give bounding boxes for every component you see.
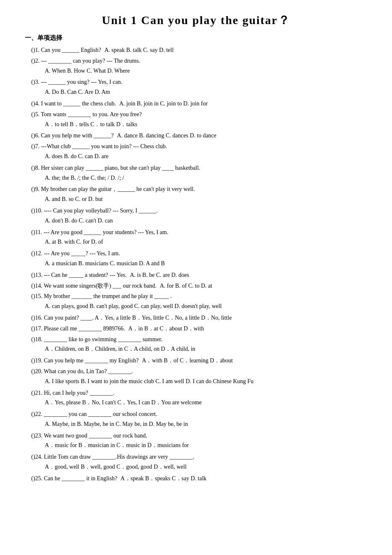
options-inline: A. join B. join in C. join to D. join fo… bbox=[119, 100, 207, 107]
question-main-line: )24. Little Tom can draw ________.His dr… bbox=[33, 452, 367, 462]
q-num-span: 21. bbox=[35, 390, 44, 396]
options-block: A. does B. do C. can D. are bbox=[45, 152, 367, 161]
left-paren: ( bbox=[25, 249, 33, 259]
left-paren: ( bbox=[25, 324, 33, 334]
q-text-span: Hi, can I help you? ________. bbox=[44, 390, 114, 396]
q-num-span: 12. bbox=[35, 250, 44, 257]
question-main-line: )12. --- Are you _____? --- Yes, I am. bbox=[33, 249, 367, 259]
question-block: ()4. I want to ______ the chess club.A. … bbox=[25, 99, 367, 109]
question-content: )12. --- Are you _____? --- Yes, I am.A.… bbox=[33, 249, 367, 269]
q-text-span: What can you do, Lin Tao? ________. bbox=[44, 368, 133, 374]
question-block: ()15. My brother _______ the trumpet and… bbox=[25, 291, 367, 312]
question-content: )1. Can you ______ English?A. speak B. t… bbox=[33, 45, 367, 55]
q-num-span: 24. bbox=[35, 454, 44, 460]
question-block: ()10. ---- Can you play volleyball? --- … bbox=[25, 206, 367, 227]
question-block: ()16. Can you paint? ____. A．Yes, a litt… bbox=[25, 313, 367, 323]
q-num-span: 20. bbox=[35, 368, 44, 374]
question-block: ()3. --- ______ you sing? --- Yes, I can… bbox=[25, 77, 367, 98]
q-num-span: 11. bbox=[35, 229, 44, 235]
question-main-line: )13. --- Can he _____ a student? --- Yes… bbox=[33, 270, 367, 280]
question-block: ()25. Can he ________ it in English?A．sp… bbox=[25, 474, 367, 484]
options-block: A．Children, on B．Children, in C．A child,… bbox=[45, 344, 367, 354]
left-paren: ( bbox=[25, 388, 33, 398]
question-content: )22. ________ you can ________ our schoo… bbox=[33, 409, 367, 430]
questions-container: ()1. Can you ______ English?A. speak B. … bbox=[25, 45, 367, 484]
left-paren: ( bbox=[25, 291, 33, 301]
left-paren: ( bbox=[25, 270, 33, 280]
left-paren: ( bbox=[25, 99, 33, 109]
section-title: 一、单项选择 bbox=[25, 34, 367, 42]
question-block: ()23. We want two good ________ our rock… bbox=[25, 431, 367, 452]
q-text-span: Little Tom can draw ________.His drawing… bbox=[44, 454, 195, 460]
options-block: A．Yes, please B．No, I can't C．Yes, I can… bbox=[45, 398, 367, 408]
q-text-span: My brother _______ the trumpet and he pl… bbox=[44, 293, 172, 299]
options-inline: A．speak B．speaks C．say D. talk bbox=[121, 475, 207, 482]
options-block: A. Maybe, in B. Maybe, be in C. May be, … bbox=[45, 419, 367, 429]
q-num-span: 15. bbox=[35, 293, 44, 299]
question-main-line: )2. --- ________ can you play? --- The d… bbox=[33, 56, 367, 66]
question-block: ()20. What can you do, Lin Tao? ________… bbox=[25, 367, 367, 387]
options-inline: A．in B．at C．about D．with bbox=[128, 325, 204, 332]
question-content: )9. My brother can play the guitar，_____… bbox=[33, 184, 367, 205]
question-main-line: )19. Can you help me ________ my English… bbox=[33, 356, 367, 366]
question-content: )15. My brother _______ the trumpet and … bbox=[33, 291, 367, 312]
question-main-line: )11. --- Are you good ______ your studen… bbox=[33, 227, 367, 237]
question-main-line: )14. We want some singers(歌手) ___ our ro… bbox=[33, 281, 367, 291]
left-paren: ( bbox=[25, 227, 33, 237]
left-paren: ( bbox=[25, 206, 33, 216]
q-num-span: 22. bbox=[35, 411, 44, 417]
options-inline: A. for B. of C. to D. at bbox=[160, 283, 212, 289]
q-text-span: Can you paint? ____. A．Yes, a little B．Y… bbox=[44, 315, 232, 321]
q-text-span: ________ like to go swimming ________ su… bbox=[44, 336, 163, 342]
left-paren: ( bbox=[25, 77, 33, 87]
left-paren: ( bbox=[25, 45, 33, 55]
question-block: ()22. ________ you can ________ our scho… bbox=[25, 409, 367, 430]
question-content: )21. Hi, can I help you? ________.A．Yes,… bbox=[33, 388, 367, 409]
question-content: )16. Can you paint? ____. A．Yes, a littl… bbox=[33, 313, 367, 323]
q-num-span: 19. bbox=[35, 357, 44, 364]
left-paren: ( bbox=[25, 409, 33, 419]
q-text-span: I want to ______ the chess club. bbox=[41, 100, 116, 107]
question-content: )2. --- ________ can you play? --- The d… bbox=[33, 56, 367, 77]
q-num-span: 9. bbox=[35, 186, 41, 192]
question-main-line: )7. ---What club ______ you want to join… bbox=[33, 142, 367, 152]
options-block: A. don't B. do C. can't D. can bbox=[45, 216, 367, 226]
question-main-line: )4. I want to ______ the chess club.A. j… bbox=[33, 99, 367, 109]
q-num-span: 25. bbox=[35, 475, 44, 482]
question-block: ()6. Can you help me with ______?A. danc… bbox=[25, 131, 367, 141]
question-content: )11. --- Are you good ______ your studen… bbox=[33, 227, 367, 248]
question-content: )23. We want two good ________ our rock … bbox=[33, 431, 367, 452]
question-block: ()8. Her sister can play ______ piano, b… bbox=[25, 163, 367, 184]
question-content: )8. Her sister can play ______ piano, bu… bbox=[33, 163, 367, 184]
q-text-span: ---- Can you play volleyball? --- Sorry,… bbox=[44, 208, 158, 214]
question-block: ()7. ---What club ______ you want to joi… bbox=[25, 142, 367, 162]
q-num-span: 14. bbox=[35, 283, 44, 289]
question-content: )5. Tom wants ________ to you. Are you f… bbox=[33, 110, 367, 130]
left-paren: ( bbox=[25, 110, 33, 120]
question-content: )6. Can you help me with ______?A. dance… bbox=[33, 131, 367, 141]
question-content: )3. --- ______ you sing? --- Yes, I can.… bbox=[33, 77, 367, 98]
question-main-line: )10. ---- Can you play volleyball? --- S… bbox=[33, 206, 367, 216]
q-num-span: 4. bbox=[35, 100, 41, 107]
options-inline: A. speak B. talk C. say D. tell bbox=[105, 47, 174, 53]
question-main-line: )25. Can he ________ it in English?A．spe… bbox=[33, 474, 367, 484]
q-num-span: 1. bbox=[35, 47, 41, 53]
page-title: Unit 1 Can you play the guitar？ bbox=[25, 12, 367, 28]
question-main-line: )8. Her sister can play ______ piano, bu… bbox=[33, 163, 367, 173]
q-num-span: 23. bbox=[35, 433, 44, 439]
question-main-line: )20. What can you do, Lin Tao? ________. bbox=[33, 367, 367, 377]
question-block: ()24. Little Tom can draw ________.His d… bbox=[25, 452, 367, 473]
q-num-span: 13. bbox=[35, 272, 44, 278]
q-text-span: Tom wants ________ to you. Are you free? bbox=[41, 111, 141, 117]
left-paren: ( bbox=[25, 356, 33, 366]
question-main-line: )23. We want two good ________ our rock … bbox=[33, 431, 367, 441]
q-num-span: 16. bbox=[35, 315, 44, 321]
question-content: )4. I want to ______ the chess club.A. j… bbox=[33, 99, 367, 109]
options-block: A．music for B．musician in C．music in D．m… bbox=[45, 440, 367, 450]
q-num-span: 17. bbox=[35, 325, 44, 332]
q-text-span: --- Are you good ______ your students? -… bbox=[44, 229, 168, 235]
left-paren: ( bbox=[25, 367, 33, 377]
options-block: A. a musician B. musicians C. musician D… bbox=[45, 259, 367, 269]
q-text-span: Please call me ________ 8989766. bbox=[44, 325, 125, 332]
question-main-line: )16. Can you paint? ____. A．Yes, a littl… bbox=[33, 313, 367, 323]
